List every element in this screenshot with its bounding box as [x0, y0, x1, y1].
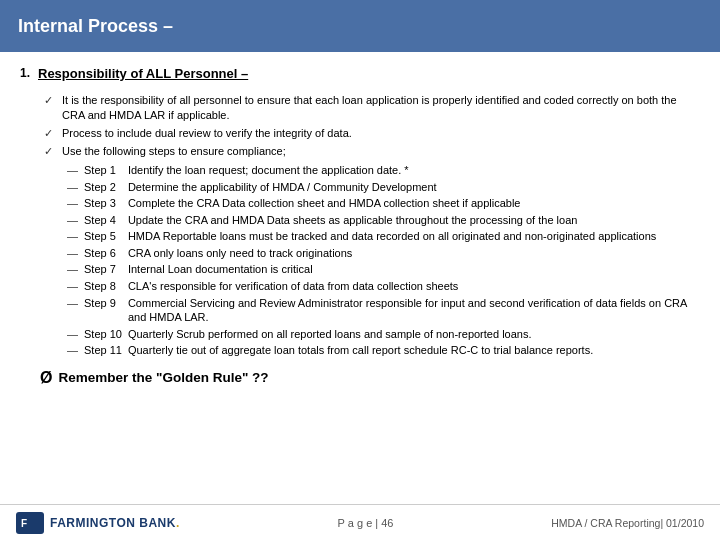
step-row-4: —Step 4Update the CRA and HMDA Data shee… [64, 212, 700, 229]
header-title: Internal Process – [18, 16, 173, 37]
step-dash-2: — [64, 179, 81, 196]
check-list: ✓ It is the responsibility of all person… [44, 93, 700, 158]
footer-page: P a g e | 46 [338, 517, 394, 529]
golden-rule: Ø Remember the "Golden Rule" ?? [40, 369, 700, 387]
step-label-8: Step 8 [81, 278, 125, 295]
step-row-7: —Step 7Internal Loan documentation is cr… [64, 261, 700, 278]
logo-icon: F [16, 512, 44, 534]
step-label-11: Step 11 [81, 342, 125, 359]
footer-logo: F FARMINGTON BANK. [16, 512, 180, 534]
step-dash-8: — [64, 278, 81, 295]
golden-rule-text: Remember the "Golden Rule" ?? [58, 370, 268, 385]
step-dash-10: — [64, 326, 81, 343]
step-row-3: —Step 3Complete the CRA Data collection … [64, 195, 700, 212]
checkmark-1: ✓ [44, 93, 56, 123]
check-item-1: ✓ It is the responsibility of all person… [44, 93, 700, 123]
step-label-3: Step 3 [81, 195, 125, 212]
step-dash-3: — [64, 195, 81, 212]
svg-text:F: F [21, 518, 27, 529]
step-dash-5: — [64, 228, 81, 245]
steps-table: —Step 1Identify the loan request; docume… [64, 162, 700, 358]
step-text-3: Complete the CRA Data collection sheet a… [125, 195, 700, 212]
step-row-6: —Step 6CRA only loans only need to track… [64, 245, 700, 262]
step-dash-4: — [64, 212, 81, 229]
step-label-1: Step 1 [81, 162, 125, 179]
golden-rule-arrow: Ø [40, 369, 52, 387]
step-dash-11: — [64, 342, 81, 359]
step-label-10: Step 10 [81, 326, 125, 343]
step-text-8: CLA's responsible for verification of da… [125, 278, 700, 295]
step-row-11: —Step 11Quarterly tie out of aggregate l… [64, 342, 700, 359]
step-row-1: —Step 1Identify the loan request; docume… [64, 162, 700, 179]
footer-logo-text: FARMINGTON BANK. [50, 516, 180, 530]
step-label-7: Step 7 [81, 261, 125, 278]
main-content: 1. Responsibility of ALL Personnel – ✓ I… [0, 52, 720, 397]
step-row-8: —Step 8CLA's responsible for verificatio… [64, 278, 700, 295]
check-text-3: Use the following steps to ensure compli… [62, 144, 286, 159]
step-text-2: Determine the applicability of HMDA / Co… [125, 179, 700, 196]
step-text-5: HMDA Reportable loans must be tracked an… [125, 228, 700, 245]
step-text-6: CRA only loans only need to track origin… [125, 245, 700, 262]
page-footer: F FARMINGTON BANK. P a g e | 46 HMDA / C… [0, 504, 720, 540]
step-dash-9: — [64, 295, 81, 326]
step-row-10: —Step 10Quarterly Scrub performed on all… [64, 326, 700, 343]
check-text-1: It is the responsibility of all personne… [62, 93, 700, 123]
step-dash-1: — [64, 162, 81, 179]
step-label-2: Step 2 [81, 179, 125, 196]
step-row-2: —Step 2Determine the applicability of HM… [64, 179, 700, 196]
section-title: Responsibility of ALL Personnel – [38, 66, 248, 81]
section-number: 1. [20, 66, 38, 89]
section-item: 1. Responsibility of ALL Personnel – [20, 66, 700, 89]
step-label-6: Step 6 [81, 245, 125, 262]
step-label-5: Step 5 [81, 228, 125, 245]
step-text-1: Identify the loan request; document the … [125, 162, 700, 179]
footer-right: HMDA / CRA Reporting| 01/2010 [551, 517, 704, 529]
step-dash-7: — [64, 261, 81, 278]
checkmark-3: ✓ [44, 144, 56, 159]
checkmark-2: ✓ [44, 126, 56, 141]
step-text-10: Quarterly Scrub performed on all reporte… [125, 326, 700, 343]
step-text-7: Internal Loan documentation is critical [125, 261, 700, 278]
logo-dot: . [176, 516, 180, 530]
step-row-9: —Step 9Commercial Servicing and Review A… [64, 295, 700, 326]
step-label-9: Step 9 [81, 295, 125, 326]
step-label-4: Step 4 [81, 212, 125, 229]
step-dash-6: — [64, 245, 81, 262]
step-row-5: —Step 5HMDA Reportable loans must be tra… [64, 228, 700, 245]
step-text-4: Update the CRA and HMDA Data sheets as a… [125, 212, 700, 229]
page-header: Internal Process – [0, 0, 720, 52]
step-text-9: Commercial Servicing and Review Administ… [125, 295, 700, 326]
check-item-3: ✓ Use the following steps to ensure comp… [44, 144, 700, 159]
step-text-11: Quarterly tie out of aggregate loan tota… [125, 342, 700, 359]
check-item-2: ✓ Process to include dual review to veri… [44, 126, 700, 141]
check-text-2: Process to include dual review to verify… [62, 126, 352, 141]
